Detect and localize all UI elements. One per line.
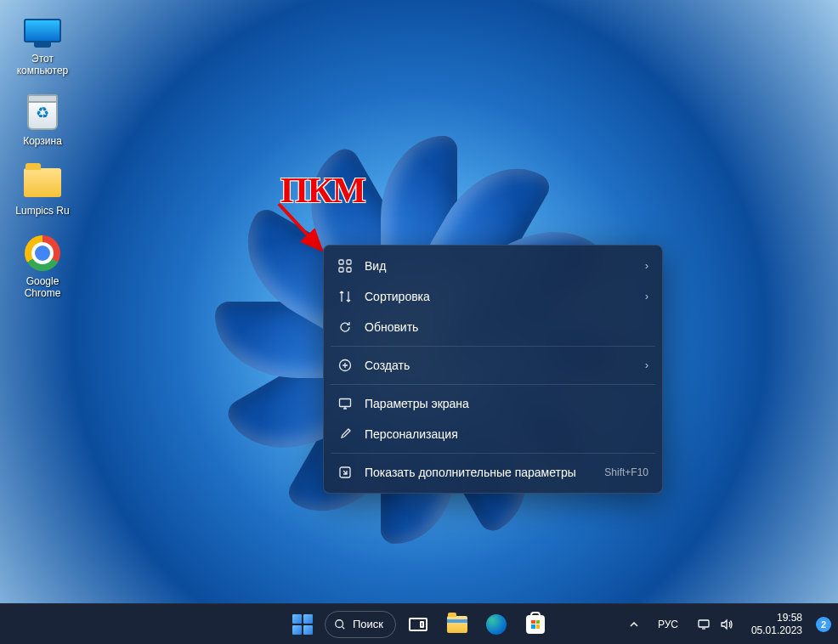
time-label: 19:58 [751, 612, 802, 624]
display-icon [337, 396, 353, 411]
svg-rect-6 [340, 399, 351, 407]
desktop-icon-chrome[interactable]: Google Chrome [7, 233, 78, 300]
desktop-icon-this-pc[interactable]: Этот компьютер [7, 10, 78, 77]
chevron-up-icon [629, 619, 639, 630]
menu-item-more-options[interactable]: Показать дополнительные параметры Shift+… [329, 457, 657, 488]
search-button[interactable]: Поиск [325, 611, 396, 638]
menu-label: Сортировка [365, 290, 633, 303]
search-icon [334, 619, 346, 630]
icon-label: Google Chrome [25, 275, 61, 300]
menu-item-view[interactable]: Вид › [329, 251, 657, 281]
language-button[interactable]: РУС [653, 615, 683, 634]
menu-label: Параметры экрана [365, 397, 648, 410]
context-menu: Вид › Сортировка › Обновить Создать › Па… [323, 245, 663, 494]
icon-label: Корзина [23, 135, 62, 147]
menu-shortcut: Shift+F10 [604, 466, 648, 478]
menu-label: Обновить [365, 320, 648, 334]
language-label: РУС [658, 619, 678, 630]
menu-item-sort[interactable]: Сортировка › [329, 281, 657, 312]
store-icon [526, 615, 545, 634]
icon-label: Этот компьютер [17, 53, 69, 77]
search-label: Поиск [353, 618, 383, 630]
svg-rect-4 [347, 268, 351, 272]
desktop-icon-folder[interactable]: Lumpics Ru [7, 162, 78, 217]
folder-icon [24, 168, 61, 197]
chevron-right-icon: › [645, 260, 648, 272]
start-button[interactable] [286, 607, 320, 641]
menu-item-personalize[interactable]: Персонализация [329, 419, 657, 449]
taskbar-right: РУС 19:58 05.01.2023 2 [624, 608, 831, 640]
brush-icon [337, 427, 353, 442]
system-tray[interactable] [692, 614, 738, 635]
grid-icon [337, 258, 353, 274]
refresh-icon [337, 319, 353, 335]
chrome-icon [25, 235, 60, 271]
clock-button[interactable]: 19:58 05.01.2023 [746, 608, 807, 640]
expand-icon [337, 465, 353, 480]
svg-point-8 [336, 619, 343, 627]
chevron-right-icon: › [645, 291, 648, 302]
taskbar: Поиск РУС 19:58 05.01.2023 2 [0, 603, 838, 644]
edge-button[interactable] [479, 607, 513, 641]
svg-rect-3 [339, 268, 343, 272]
menu-item-refresh[interactable]: Обновить [329, 312, 657, 342]
folder-icon [447, 616, 467, 633]
menu-item-new[interactable]: Создать › [329, 350, 657, 381]
store-button[interactable] [518, 607, 552, 641]
desktop-icon-recycle-bin[interactable]: ♻ Корзина [7, 93, 78, 147]
notification-badge[interactable]: 2 [816, 617, 831, 632]
menu-label: Показать дополнительные параметры [365, 466, 592, 479]
tray-chevron-button[interactable] [624, 616, 644, 633]
volume-icon [719, 618, 733, 631]
menu-item-display-settings[interactable]: Параметры экрана [329, 388, 657, 419]
menu-label: Вид [365, 259, 633, 273]
desktop-icons: Этот компьютер ♻ Корзина Lumpics Ru Goog… [7, 10, 78, 299]
task-view-button[interactable] [401, 607, 435, 641]
explorer-button[interactable] [440, 607, 474, 641]
desktop[interactable]: Этот компьютер ♻ Корзина Lumpics Ru Goog… [0, 0, 838, 603]
plus-circle-icon [337, 358, 353, 373]
menu-separator [331, 346, 655, 347]
svg-rect-9 [699, 620, 709, 627]
monitor-icon [24, 19, 61, 42]
menu-separator [331, 453, 655, 454]
menu-label: Персонализация [365, 427, 648, 441]
windows-logo-icon [292, 614, 313, 635]
menu-separator [331, 384, 655, 385]
icon-label: Lumpics Ru [15, 205, 69, 217]
svg-rect-2 [347, 260, 351, 264]
menu-label: Создать [365, 359, 633, 372]
svg-rect-1 [339, 260, 343, 264]
chevron-right-icon: › [645, 359, 648, 371]
date-label: 05.01.2023 [751, 624, 802, 636]
sort-icon [337, 289, 353, 304]
network-icon [697, 618, 711, 631]
taskbar-center: Поиск [286, 607, 552, 641]
task-view-icon [409, 618, 427, 631]
recycle-bin-icon: ♻ [27, 96, 58, 130]
edge-icon [486, 614, 507, 635]
